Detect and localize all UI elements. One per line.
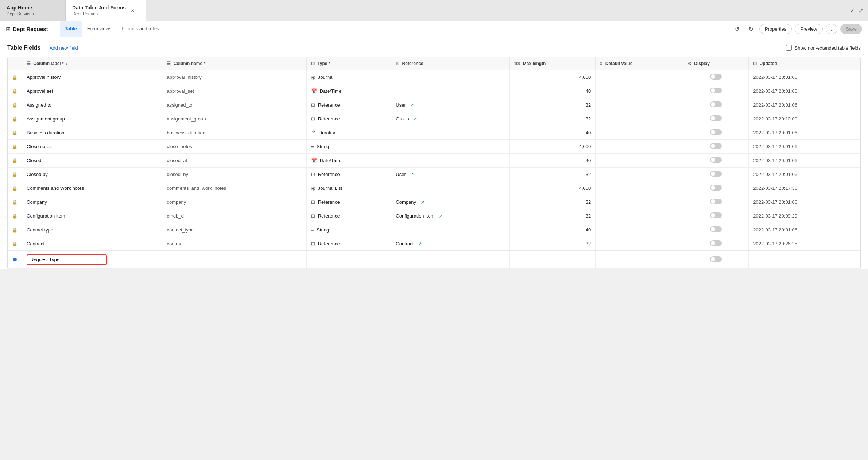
- column-label-cell[interactable]: Assignment group: [22, 112, 162, 126]
- display-cell[interactable]: [683, 98, 748, 112]
- tab-table[interactable]: Table: [60, 21, 82, 37]
- show-non-extended-checkbox[interactable]: [786, 45, 792, 51]
- display-cell[interactable]: [683, 237, 748, 251]
- more-options-button[interactable]: ...: [826, 24, 838, 34]
- lock-icon: 🔒: [12, 158, 18, 163]
- column-label-cell[interactable]: Closed: [22, 154, 162, 168]
- add-new-field-button[interactable]: + Add new field: [46, 45, 78, 51]
- type-icon: ⊡: [311, 241, 315, 246]
- col-lock-header: [8, 57, 22, 70]
- external-link-icon[interactable]: ↗: [410, 102, 414, 108]
- display-toggle[interactable]: [710, 101, 722, 107]
- column-label-cell[interactable]: Close notes: [22, 140, 162, 154]
- display-cell[interactable]: [683, 168, 748, 181]
- column-label-cell[interactable]: Approval history: [22, 70, 162, 84]
- new-row-display-toggle[interactable]: [710, 256, 722, 262]
- default-value-cell: [596, 84, 683, 98]
- new-row-display-cell[interactable]: [683, 251, 748, 269]
- lock-cell: 🔒: [8, 209, 22, 223]
- max-length-cell: 32: [509, 112, 596, 126]
- column-label-cell[interactable]: Company: [22, 195, 162, 209]
- column-label-cell[interactable]: Approval set: [22, 84, 162, 98]
- lock-icon: 🔒: [12, 172, 18, 177]
- type-cell: 📅 Date/Time: [307, 154, 391, 168]
- tab-policies-rules[interactable]: Policies and rules: [116, 21, 164, 37]
- updated-cell: 2022-03-17 20:01:06: [749, 140, 860, 154]
- display-toggle[interactable]: [710, 199, 722, 204]
- display-cell[interactable]: [683, 154, 748, 168]
- col-maxlength-header[interactable]: 100 Max length: [509, 57, 596, 70]
- scroll-container[interactable]: ☰ Column label * ▲ ☰ Column name * ⊡ Typ…: [8, 57, 860, 269]
- external-link-icon[interactable]: ↗: [439, 213, 443, 219]
- col-reference-header[interactable]: ⊡ Reference: [391, 57, 509, 70]
- default-value-cell: [596, 195, 683, 209]
- display-cell[interactable]: [683, 209, 748, 223]
- preview-button[interactable]: Preview: [795, 24, 822, 34]
- external-link-icon[interactable]: ↗: [418, 241, 422, 246]
- display-toggle[interactable]: [710, 171, 722, 177]
- display-cell[interactable]: [683, 84, 748, 98]
- new-field-input-cell[interactable]: [22, 251, 307, 269]
- display-toggle[interactable]: [710, 185, 722, 191]
- undo-button[interactable]: ↺: [732, 24, 743, 35]
- display-cell[interactable]: [683, 70, 748, 84]
- display-cell[interactable]: [683, 112, 748, 126]
- display-toggle[interactable]: [710, 115, 722, 121]
- display-toggle[interactable]: [710, 143, 722, 149]
- display-cell[interactable]: [683, 126, 748, 140]
- table-row: 🔒 Assigned to assigned_to ⊡ Reference Us…: [8, 98, 860, 112]
- type-icon: 📅: [311, 158, 317, 163]
- column-label-cell[interactable]: Comments and Work notes: [22, 181, 162, 195]
- column-label-cell[interactable]: Closed by: [22, 168, 162, 181]
- display-cell[interactable]: [683, 181, 748, 195]
- lock-icon: 🔒: [12, 116, 18, 122]
- type-icon: ⊡: [311, 172, 315, 177]
- col-label-header[interactable]: ☰ Column label * ▲: [22, 57, 162, 70]
- display-toggle[interactable]: [710, 226, 722, 232]
- column-name-cell: approval_history: [162, 70, 307, 84]
- external-link-icon[interactable]: ↗: [413, 116, 417, 122]
- display-toggle[interactable]: [710, 74, 722, 80]
- redo-button[interactable]: ↻: [745, 24, 756, 35]
- column-label-cell[interactable]: Contact type: [22, 223, 162, 237]
- display-cell[interactable]: [683, 195, 748, 209]
- properties-button[interactable]: Properties: [759, 24, 792, 34]
- external-link-icon[interactable]: ↗: [410, 172, 414, 177]
- checkmark-icon-btn[interactable]: ✓: [850, 7, 855, 15]
- lock-cell: 🔒: [8, 223, 22, 237]
- save-button[interactable]: Save: [840, 24, 862, 34]
- app-home-tab[interactable]: App Home Dept Services: [0, 0, 66, 21]
- tab-form-views[interactable]: Form views: [82, 21, 116, 37]
- table-row: 🔒 Comments and Work notes comments_and_w…: [8, 181, 860, 195]
- max-length-cell: 4,000: [509, 140, 596, 154]
- nav-title: Dept Request: [13, 26, 48, 32]
- reference-cell: User ↗: [391, 168, 509, 181]
- col-default-header[interactable]: ≡ Default value: [596, 57, 683, 70]
- column-name-cell: contract: [162, 237, 307, 251]
- display-cell[interactable]: [683, 223, 748, 237]
- col-type-header[interactable]: ⊡ Type *: [307, 57, 391, 70]
- new-field-input[interactable]: [27, 254, 107, 265]
- max-length-cell: 32: [509, 209, 596, 223]
- column-label-cell[interactable]: Configuration item: [22, 209, 162, 223]
- col-updated-header[interactable]: ⊡ Updated: [749, 57, 860, 70]
- external-link-icon[interactable]: ↗: [421, 199, 425, 205]
- display-cell[interactable]: [683, 140, 748, 154]
- reference-cell: [391, 84, 509, 98]
- lock-cell: 🔒: [8, 168, 22, 181]
- maximize-icon-btn[interactable]: ⤢: [858, 7, 864, 15]
- column-name-cell: cmdb_ci: [162, 209, 307, 223]
- column-label-cell[interactable]: Assigned to: [22, 98, 162, 112]
- col-display-header[interactable]: ⊙ Display: [683, 57, 748, 70]
- lock-icon: 🔒: [12, 144, 18, 149]
- display-toggle[interactable]: [710, 240, 722, 246]
- display-toggle[interactable]: [710, 157, 722, 163]
- col-name-header[interactable]: ☰ Column name *: [162, 57, 307, 70]
- display-toggle[interactable]: [710, 88, 722, 93]
- display-toggle[interactable]: [710, 129, 722, 135]
- data-tab[interactable]: Data Table And Forms Dept Request ×: [66, 0, 146, 21]
- column-label-cell[interactable]: Business duration: [22, 126, 162, 140]
- close-tab-button[interactable]: ×: [129, 7, 136, 15]
- column-label-cell[interactable]: Contract: [22, 237, 162, 251]
- display-toggle[interactable]: [710, 212, 722, 218]
